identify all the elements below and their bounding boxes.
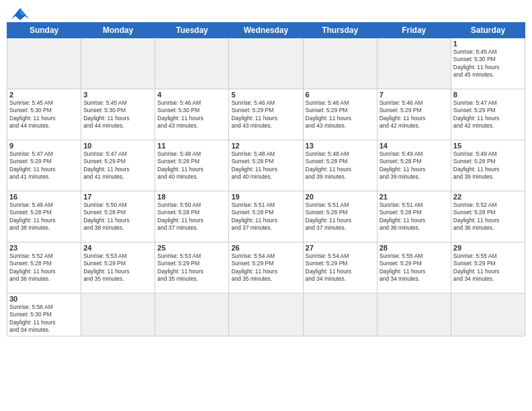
calendar-cell: 15Sunrise: 5:49 AM Sunset: 5:28 PM Dayli… bbox=[451, 140, 525, 191]
weekday-header-thursday: Thursday bbox=[303, 23, 377, 38]
calendar-cell: 10Sunrise: 5:47 AM Sunset: 5:29 PM Dayli… bbox=[81, 140, 155, 191]
calendar-week-3: 16Sunrise: 5:49 AM Sunset: 5:28 PM Dayli… bbox=[7, 191, 525, 242]
day-number: 14 bbox=[380, 142, 449, 150]
day-info: Sunrise: 5:52 AM Sunset: 5:28 PM Dayligh… bbox=[9, 253, 79, 283]
calendar-week-0: 1Sunrise: 5:45 AM Sunset: 5:30 PM Daylig… bbox=[7, 38, 525, 89]
day-info: Sunrise: 5:54 AM Sunset: 5:29 PM Dayligh… bbox=[231, 253, 300, 283]
day-info: Sunrise: 5:46 AM Sunset: 5:29 PM Dayligh… bbox=[380, 99, 449, 130]
logo-bird-icon bbox=[11, 7, 29, 21]
day-number: 27 bbox=[306, 244, 375, 252]
day-number: 12 bbox=[231, 142, 300, 150]
day-info: Sunrise: 5:45 AM Sunset: 5:30 PM Dayligh… bbox=[9, 99, 79, 130]
calendar-cell bbox=[377, 293, 451, 336]
day-info: Sunrise: 5:46 AM Sunset: 5:29 PM Dayligh… bbox=[231, 99, 300, 130]
day-number: 9 bbox=[9, 142, 79, 150]
day-info: Sunrise: 5:50 AM Sunset: 5:28 PM Dayligh… bbox=[157, 201, 226, 232]
day-info: Sunrise: 5:51 AM Sunset: 5:28 PM Dayligh… bbox=[380, 201, 449, 232]
day-info: Sunrise: 5:45 AM Sunset: 5:30 PM Dayligh… bbox=[453, 48, 523, 79]
calendar-cell: 1Sunrise: 5:45 AM Sunset: 5:30 PM Daylig… bbox=[451, 38, 525, 89]
day-info: Sunrise: 5:50 AM Sunset: 5:28 PM Dayligh… bbox=[83, 201, 152, 232]
day-info: Sunrise: 5:51 AM Sunset: 5:28 PM Dayligh… bbox=[231, 201, 300, 232]
calendar-cell: 13Sunrise: 5:48 AM Sunset: 5:28 PM Dayli… bbox=[303, 140, 377, 191]
day-number: 30 bbox=[9, 295, 79, 303]
day-info: Sunrise: 5:52 AM Sunset: 5:28 PM Dayligh… bbox=[453, 201, 523, 232]
calendar-cell bbox=[155, 38, 229, 89]
day-number: 17 bbox=[83, 193, 152, 201]
day-number: 18 bbox=[157, 193, 226, 201]
calendar-cell: 29Sunrise: 5:55 AM Sunset: 5:29 PM Dayli… bbox=[451, 242, 525, 293]
day-number: 20 bbox=[306, 193, 375, 201]
calendar-cell: 28Sunrise: 5:55 AM Sunset: 5:29 PM Dayli… bbox=[377, 242, 451, 293]
calendar-cell: 2Sunrise: 5:45 AM Sunset: 5:30 PM Daylig… bbox=[7, 89, 81, 140]
weekday-header-saturday: Saturday bbox=[451, 23, 525, 38]
calendar-cell: 7Sunrise: 5:46 AM Sunset: 5:29 PM Daylig… bbox=[377, 89, 451, 140]
day-info: Sunrise: 5:47 AM Sunset: 5:29 PM Dayligh… bbox=[453, 99, 523, 130]
day-number: 8 bbox=[453, 91, 523, 99]
calendar-cell bbox=[7, 38, 81, 89]
day-number: 25 bbox=[157, 244, 226, 252]
calendar-cell: 26Sunrise: 5:54 AM Sunset: 5:29 PM Dayli… bbox=[229, 242, 303, 293]
day-number: 1 bbox=[453, 40, 523, 48]
logo bbox=[10, 7, 29, 19]
day-info: Sunrise: 5:49 AM Sunset: 5:28 PM Dayligh… bbox=[453, 150, 523, 181]
calendar-cell: 5Sunrise: 5:46 AM Sunset: 5:29 PM Daylig… bbox=[229, 89, 303, 140]
calendar-cell bbox=[303, 38, 377, 89]
calendar-cell bbox=[81, 293, 155, 336]
weekday-header-wednesday: Wednesday bbox=[229, 23, 303, 38]
day-info: Sunrise: 5:53 AM Sunset: 5:29 PM Dayligh… bbox=[83, 253, 152, 283]
day-number: 22 bbox=[453, 193, 523, 201]
calendar-body: 1Sunrise: 5:45 AM Sunset: 5:30 PM Daylig… bbox=[7, 38, 525, 336]
day-number: 24 bbox=[83, 244, 152, 252]
calendar-cell bbox=[81, 38, 155, 89]
day-info: Sunrise: 5:53 AM Sunset: 5:29 PM Dayligh… bbox=[157, 253, 226, 283]
calendar-cell: 6Sunrise: 5:46 AM Sunset: 5:29 PM Daylig… bbox=[303, 89, 377, 140]
calendar-cell: 30Sunrise: 5:56 AM Sunset: 5:30 PM Dayli… bbox=[7, 293, 81, 336]
day-number: 13 bbox=[306, 142, 375, 150]
weekday-header-row: SundayMondayTuesdayWednesdayThursdayFrid… bbox=[7, 23, 525, 38]
day-number: 6 bbox=[306, 91, 375, 99]
day-number: 10 bbox=[83, 142, 152, 150]
weekday-header-sunday: Sunday bbox=[7, 23, 81, 38]
day-info: Sunrise: 5:47 AM Sunset: 5:29 PM Dayligh… bbox=[83, 150, 152, 181]
day-number: 28 bbox=[380, 244, 449, 252]
day-number: 15 bbox=[453, 142, 523, 150]
weekday-header-tuesday: Tuesday bbox=[155, 23, 229, 38]
day-number: 5 bbox=[231, 91, 300, 99]
day-number: 11 bbox=[157, 142, 226, 150]
day-info: Sunrise: 5:46 AM Sunset: 5:30 PM Dayligh… bbox=[157, 99, 226, 130]
calendar-cell: 14Sunrise: 5:49 AM Sunset: 5:28 PM Dayli… bbox=[377, 140, 451, 191]
day-info: Sunrise: 5:47 AM Sunset: 5:29 PM Dayligh… bbox=[9, 150, 79, 181]
calendar-cell: 17Sunrise: 5:50 AM Sunset: 5:28 PM Dayli… bbox=[81, 191, 155, 242]
day-info: Sunrise: 5:49 AM Sunset: 5:28 PM Dayligh… bbox=[9, 201, 79, 232]
day-number: 26 bbox=[231, 244, 300, 252]
day-number: 16 bbox=[9, 193, 79, 201]
calendar-week-1: 2Sunrise: 5:45 AM Sunset: 5:30 PM Daylig… bbox=[7, 89, 525, 140]
calendar-header: SundayMondayTuesdayWednesdayThursdayFrid… bbox=[7, 23, 525, 38]
calendar-cell: 16Sunrise: 5:49 AM Sunset: 5:28 PM Dayli… bbox=[7, 191, 81, 242]
calendar-cell bbox=[155, 293, 229, 336]
calendar-cell bbox=[451, 293, 525, 336]
calendar-cell: 9Sunrise: 5:47 AM Sunset: 5:29 PM Daylig… bbox=[7, 140, 81, 191]
day-number: 29 bbox=[453, 244, 523, 252]
calendar-cell: 27Sunrise: 5:54 AM Sunset: 5:29 PM Dayli… bbox=[303, 242, 377, 293]
calendar-week-5: 30Sunrise: 5:56 AM Sunset: 5:30 PM Dayli… bbox=[7, 293, 525, 336]
day-number: 4 bbox=[157, 91, 226, 99]
day-info: Sunrise: 5:46 AM Sunset: 5:29 PM Dayligh… bbox=[306, 99, 375, 130]
calendar-cell: 19Sunrise: 5:51 AM Sunset: 5:28 PM Dayli… bbox=[229, 191, 303, 242]
header bbox=[0, 0, 532, 22]
day-info: Sunrise: 5:48 AM Sunset: 5:28 PM Dayligh… bbox=[231, 150, 300, 181]
day-info: Sunrise: 5:48 AM Sunset: 5:28 PM Dayligh… bbox=[157, 150, 226, 181]
calendar-cell: 8Sunrise: 5:47 AM Sunset: 5:29 PM Daylig… bbox=[451, 89, 525, 140]
calendar-cell: 4Sunrise: 5:46 AM Sunset: 5:30 PM Daylig… bbox=[155, 89, 229, 140]
calendar-week-4: 23Sunrise: 5:52 AM Sunset: 5:28 PM Dayli… bbox=[7, 242, 525, 293]
day-number: 2 bbox=[9, 91, 79, 99]
calendar-cell: 11Sunrise: 5:48 AM Sunset: 5:28 PM Dayli… bbox=[155, 140, 229, 191]
calendar-cell bbox=[377, 38, 451, 89]
day-number: 3 bbox=[83, 91, 152, 99]
calendar-cell: 12Sunrise: 5:48 AM Sunset: 5:28 PM Dayli… bbox=[229, 140, 303, 191]
day-info: Sunrise: 5:49 AM Sunset: 5:28 PM Dayligh… bbox=[380, 150, 449, 181]
calendar-cell: 21Sunrise: 5:51 AM Sunset: 5:28 PM Dayli… bbox=[377, 191, 451, 242]
day-info: Sunrise: 5:45 AM Sunset: 5:30 PM Dayligh… bbox=[83, 99, 152, 130]
day-number: 21 bbox=[380, 193, 449, 201]
calendar-cell: 18Sunrise: 5:50 AM Sunset: 5:28 PM Dayli… bbox=[155, 191, 229, 242]
